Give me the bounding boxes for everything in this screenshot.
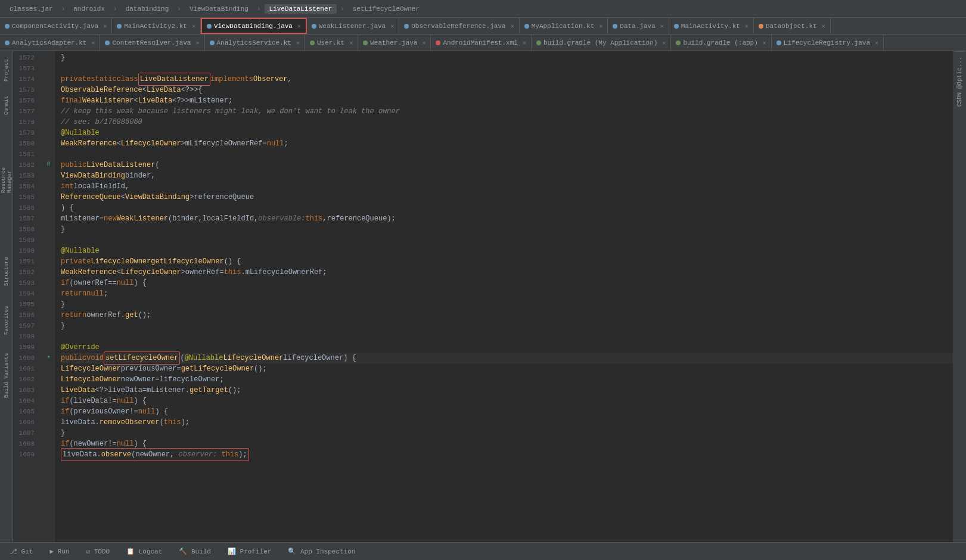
tab-close[interactable]: ✕ bbox=[662, 39, 666, 46]
tab-contentresolver[interactable]: ContentResolver.java ✕ bbox=[100, 35, 204, 51]
tab-buildgradle-module[interactable]: build.gradle (:app) ✕ bbox=[671, 35, 771, 51]
tab-close[interactable]: ✕ bbox=[599, 23, 602, 30]
tab-close[interactable]: ✕ bbox=[422, 39, 425, 46]
tab-close[interactable]: ✕ bbox=[349, 39, 353, 46]
left-sidebar: Project Commit Resource Manager Structur… bbox=[0, 51, 13, 542]
tab-weather[interactable]: Weather.java ✕ bbox=[358, 35, 431, 51]
sidebar-project-icon[interactable]: Project bbox=[0, 52, 13, 88]
right-sidebar: CSDN @Optic... bbox=[953, 51, 966, 542]
bottom-tab-profiler[interactable]: 📊 Profiler bbox=[223, 546, 276, 556]
tab-dot bbox=[312, 24, 316, 29]
line-numbers: 1572157315741575157615771578157915801581… bbox=[13, 51, 43, 542]
bottom-bar: ⎇ Git ▶ Run ☑ TODO 📋 Logcat 🔨 Build 📊 Pr… bbox=[0, 542, 966, 560]
tab-close[interactable]: ✕ bbox=[390, 23, 394, 30]
editor-area: 1572157315741575157615771578157915801581… bbox=[13, 51, 953, 542]
tab-analyticsadapter[interactable]: AnalyticsAdapter.kt ✕ bbox=[0, 35, 100, 51]
tab-close[interactable]: ✕ bbox=[297, 23, 301, 30]
tab-dot bbox=[310, 41, 315, 45]
tab-dot bbox=[363, 41, 368, 45]
sidebar-structure-icon[interactable]: Structure bbox=[0, 254, 13, 290]
tab-dot bbox=[105, 41, 110, 45]
bottom-tab-appinspection[interactable]: 🔍 App Inspection bbox=[283, 546, 360, 556]
tab-dot bbox=[524, 24, 529, 29]
tab-buildgradle-app[interactable]: build.gradle (My Application) ✕ bbox=[532, 35, 671, 51]
tab-dot bbox=[436, 41, 440, 45]
breadcrumb-bar: classes.jar › androidx › databinding › V… bbox=[0, 0, 966, 18]
tab-analyticsservice[interactable]: AnalyticsService.kt ✕ bbox=[205, 35, 305, 51]
appinspect-icon: 🔍 bbox=[288, 548, 296, 555]
profiler-icon: 📊 bbox=[228, 548, 236, 555]
bottom-tab-run[interactable]: ▶ Run bbox=[45, 546, 74, 556]
run-icon: ▶ bbox=[49, 548, 54, 555]
tab-observablereference[interactable]: ObservableReference.java ✕ bbox=[399, 18, 519, 34]
tab-close[interactable]: ✕ bbox=[192, 23, 195, 30]
tab-close[interactable]: ✕ bbox=[296, 39, 300, 46]
bottom-tab-todo[interactable]: ☑ TODO bbox=[81, 546, 114, 556]
tab-dot bbox=[759, 24, 763, 29]
tab-close[interactable]: ✕ bbox=[195, 39, 199, 46]
tab-user[interactable]: User.kt ✕ bbox=[305, 35, 358, 51]
tab-componentactivity[interactable]: ComponentActivity.java ✕ bbox=[0, 18, 112, 34]
tab-close[interactable]: ✕ bbox=[91, 39, 95, 46]
git-icon: ⎇ bbox=[10, 548, 17, 555]
tab-weaklistener[interactable]: WeakListener.java ✕ bbox=[307, 18, 399, 34]
sidebar-favorites-icon[interactable]: Favorites bbox=[0, 303, 13, 338]
breadcrumb-livedatalistener[interactable]: LiveDataListener bbox=[265, 4, 337, 14]
tab-close[interactable]: ✕ bbox=[103, 23, 107, 30]
tab-dot bbox=[536, 41, 541, 45]
tab-close[interactable]: ✕ bbox=[660, 23, 664, 30]
tab-mainactivity[interactable]: MainActivity.kt ✕ bbox=[669, 18, 754, 34]
tab-dot bbox=[404, 24, 409, 29]
breadcrumb-viewdatabinding[interactable]: ViewDataBinding bbox=[185, 4, 253, 14]
file-tabs-row2: AnalyticsAdapter.kt ✕ ContentResolver.ja… bbox=[0, 35, 966, 51]
tab-dot bbox=[674, 24, 679, 29]
logcat-icon: 📋 bbox=[126, 548, 135, 555]
tab-dot bbox=[210, 41, 215, 45]
breadcrumb-databinding[interactable]: databinding bbox=[121, 4, 174, 14]
tab-androidmanifest[interactable]: AndroidManifest.xml ✕ bbox=[431, 35, 531, 51]
tab-dot bbox=[5, 41, 10, 45]
sidebar-resource-icon[interactable]: Resource Manager bbox=[0, 145, 13, 193]
build-icon: 🔨 bbox=[179, 548, 187, 555]
tab-dataobject[interactable]: DataObject.kt ✕ bbox=[754, 18, 831, 34]
sidebar-build-icon[interactable]: Build Variants bbox=[0, 351, 13, 399]
sidebar-commit-icon[interactable]: Commit bbox=[0, 91, 13, 120]
breadcrumb-androidx[interactable]: androidx bbox=[69, 4, 110, 14]
tab-viewdatabinding[interactable]: ViewDataBinding.java ✕ bbox=[201, 18, 307, 34]
tab-close[interactable]: ✕ bbox=[763, 39, 766, 46]
tab-dot bbox=[5, 24, 10, 29]
tab-dot bbox=[676, 41, 681, 45]
tab-close[interactable]: ✕ bbox=[875, 39, 878, 46]
breadcrumb-setlifecycleowner[interactable]: setLifecycleOwner bbox=[348, 4, 424, 14]
tab-data[interactable]: Data.java ✕ bbox=[608, 18, 669, 34]
tab-mainactivity2[interactable]: MainActivity2.kt ✕ bbox=[112, 18, 201, 34]
todo-icon: ☑ bbox=[86, 548, 90, 555]
right-tab-label: CSDN @Optic... bbox=[955, 51, 964, 111]
tab-close[interactable]: ✕ bbox=[745, 23, 748, 30]
tab-dot bbox=[117, 24, 122, 29]
tab-dot bbox=[207, 24, 212, 29]
tab-close[interactable]: ✕ bbox=[511, 23, 514, 30]
bottom-tab-logcat[interactable]: 📋 Logcat bbox=[122, 546, 167, 556]
tab-myapplication[interactable]: MyApplication.kt ✕ bbox=[520, 18, 608, 34]
breadcrumb-classes[interactable]: classes.jar bbox=[5, 4, 58, 14]
code-content[interactable]: } private static class LiveDataListener … bbox=[55, 51, 953, 542]
bottom-tab-build[interactable]: 🔨 Build bbox=[174, 546, 216, 556]
tab-lifecycleregistry[interactable]: LifecycleRegistry.java ✕ bbox=[772, 35, 884, 51]
tab-dot bbox=[613, 24, 617, 29]
tab-close[interactable]: ✕ bbox=[822, 23, 825, 30]
editor-gutter: @● bbox=[43, 51, 55, 542]
tab-dot bbox=[776, 41, 781, 45]
tab-close[interactable]: ✕ bbox=[523, 39, 526, 46]
bottom-tab-git[interactable]: ⎇ Git bbox=[5, 546, 38, 556]
file-tabs-row1: ComponentActivity.java ✕ MainActivity2.k… bbox=[0, 18, 966, 35]
